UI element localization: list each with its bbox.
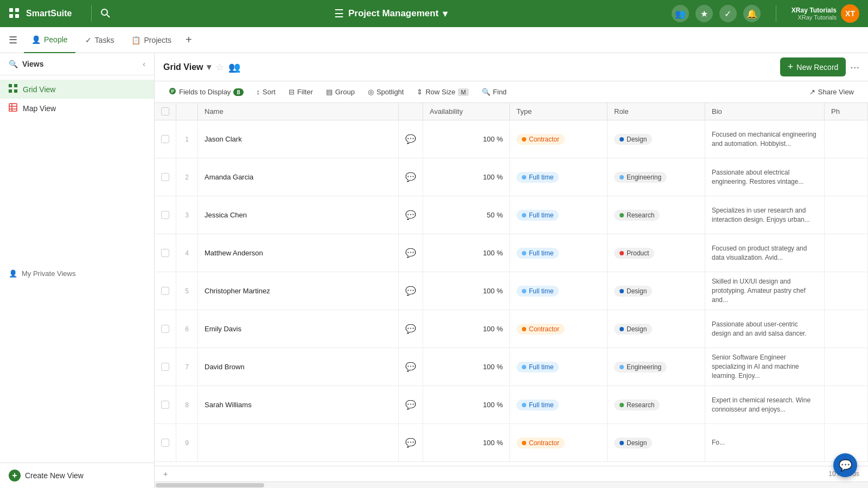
row-checkbox-2[interactable] [161,173,169,181]
scrollbar-thumb[interactable] [156,483,264,487]
comment-cell-4[interactable]: 💬 [399,234,423,272]
name-cell-3[interactable]: Jessica Chen [198,196,399,234]
app-logo: SmartSuite [26,9,72,18]
role-badge-5: Design [614,286,652,297]
comment-cell-6[interactable]: 💬 [399,310,423,348]
toolbar-star-icon[interactable]: ☆ [215,61,224,73]
comment-icon-6[interactable]: 💬 [405,324,416,333]
ph-cell-7 [825,348,868,386]
svg-rect-0 [9,8,13,12]
comment-cell-1[interactable]: 💬 [399,120,423,158]
sort-button[interactable]: ↕ Sort [251,85,281,99]
sidebar-item-grid-view[interactable]: Grid View [0,80,154,99]
add-row-button[interactable]: + [163,470,168,478]
comment-icon-8[interactable]: 💬 [405,400,416,409]
row-checkbox-6[interactable] [161,325,169,333]
toolbar-share-users-icon[interactable]: 👥 [228,61,240,73]
add-tab-button[interactable]: + [181,34,196,46]
name-cell-2[interactable]: Amanda Garcia [198,158,399,196]
find-button[interactable]: 🔍 Find [476,85,512,99]
comment-cell-8[interactable]: 💬 [399,386,423,424]
person-icon: 👤 [9,269,17,278]
team-icon-circle[interactable]: 👥 [672,5,689,22]
ph-cell-2 [825,158,868,196]
filter-button[interactable]: ⊟ Filter [283,85,318,99]
svg-rect-6 [9,84,12,87]
row-checkbox-3[interactable] [161,211,169,219]
project-title: Project Management ▾ [348,8,448,20]
check-icon-circle[interactable]: ✓ [719,5,737,22]
spotlight-button[interactable]: ◎ Spotlight [362,85,410,99]
name-cell-7[interactable]: David Brown [198,348,399,386]
share-view-button[interactable]: ↗ Share View [804,85,859,99]
user-avatar[interactable]: XT [841,4,859,23]
comment-icon-5[interactable]: 💬 [405,286,416,296]
name-cell-8[interactable]: Sarah Williams [198,386,399,424]
tab-bar-menu-icon[interactable]: ☰ [9,34,17,46]
partial-bio-cell: Fo... [705,424,825,462]
fields-count-badge: 8 [233,88,243,96]
header-bio: Bio [705,103,825,120]
fields-to-display-button[interactable]: Fields to Display 8 [163,85,249,99]
svg-point-4 [101,9,107,15]
role-cell-2: Engineering [608,158,705,196]
table-row: 8 Sarah Williams 💬 100 % Full time Resea… [155,386,868,424]
row-checkbox-1[interactable] [161,135,169,143]
horizontal-scrollbar[interactable] [155,481,868,488]
comment-icon-4[interactable]: 💬 [405,248,416,258]
new-record-label: New Record [796,63,838,72]
global-search-icon[interactable] [100,8,110,20]
tab-people[interactable]: 👤 People [24,27,75,53]
row-checkbox-4[interactable] [161,249,169,257]
name-cell-5[interactable]: Christopher Martinez [198,272,399,310]
toolbar-more-icon[interactable]: ··· [850,61,859,73]
sidebar-footer: + Create New View [0,463,154,488]
content-area: Grid View ▾ ☆ 👥 + New Record ··· [155,53,868,488]
my-private-views-label[interactable]: 👤 My Private Views [9,269,145,278]
row-checkbox-5[interactable] [161,287,169,295]
fields-icon [169,87,176,97]
row-number-3: 3 [176,196,198,234]
name-cell-1[interactable]: Jason Clark [198,120,399,158]
spotlight-icon: ◎ [368,88,374,96]
row-checkbox-8[interactable] [161,401,169,409]
comment-icon-2[interactable]: 💬 [405,172,416,182]
type-cell-2: Full time [510,158,608,196]
group-button[interactable]: ▤ Group [321,85,360,99]
name-cell-4[interactable]: Matthew Anderson [198,234,399,272]
new-record-button[interactable]: + New Record [780,57,846,76]
name-cell-6[interactable]: Emily Davis [198,310,399,348]
role-cell-5: Design [608,272,705,310]
nav-divider [91,5,92,22]
bell-icon-circle[interactable]: 🔔 [743,5,761,22]
view-title-dropdown-icon[interactable]: ▾ [207,62,211,72]
row-size-button[interactable]: ⇕ Row Size M [411,85,474,99]
create-new-view-button[interactable]: + Create New View [9,470,145,481]
comment-icon-3[interactable]: 💬 [405,210,416,220]
sidebar-collapse-icon[interactable]: ‹ [143,60,145,68]
chat-fab-button[interactable]: 💬 [833,453,857,477]
project-dropdown-icon[interactable]: ▾ [443,8,448,20]
bio-cell-1: Focused on mechanical engineering and au… [705,120,825,158]
comment-cell-5[interactable]: 💬 [399,272,423,310]
comment-icon-1[interactable]: 💬 [405,134,416,144]
search-icon-small[interactable]: 🔍 [9,60,18,68]
role-badge-6: Design [614,324,652,335]
tab-tasks[interactable]: ✓ Tasks [78,27,122,53]
grid-menu-icon[interactable] [9,8,20,20]
select-all-checkbox[interactable] [161,107,169,115]
table-row: 3 Jessica Chen 💬 50 % Full time Research… [155,196,868,234]
star-icon-circle[interactable]: ★ [695,5,713,22]
svg-rect-7 [14,84,17,87]
comment-cell-2[interactable]: 💬 [399,158,423,196]
comment-cell-3[interactable]: 💬 [399,196,423,234]
type-cell-1: Contractor [510,120,608,158]
sidebar-item-map-view[interactable]: Map View [0,99,154,118]
user-profile[interactable]: XRay Tutorials XRay Tutorials XT [792,4,859,23]
comment-cell-7[interactable]: 💬 [399,348,423,386]
row-number-2: 2 [176,158,198,196]
row-checkbox-7[interactable] [161,363,169,371]
grid-view-label: Grid View [23,85,55,94]
tab-projects[interactable]: 📋 Projects [124,27,179,53]
comment-icon-7[interactable]: 💬 [405,362,416,371]
